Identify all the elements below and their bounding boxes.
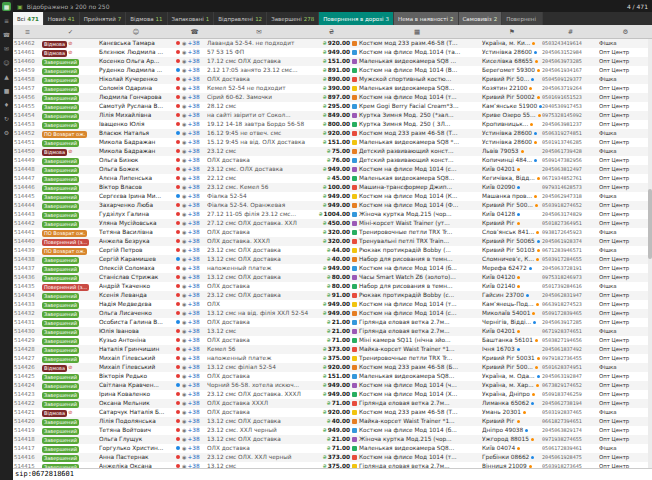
status-badge[interactable]: Завершений: [42, 419, 79, 426]
eye-icon[interactable]: ◉: [182, 165, 186, 174]
payment-icon[interactable]: ₴: [311, 28, 352, 36]
eye-icon[interactable]: ◉: [182, 282, 186, 291]
table-row[interactable]: 514424 Завершений ⊘ Світлана Кравчен... …: [13, 381, 652, 390]
call-icon[interactable]: [176, 356, 180, 360]
call-icon[interactable]: [176, 365, 180, 369]
eye-icon[interactable]: ◉: [182, 336, 186, 345]
eye-icon[interactable]: ◉: [182, 192, 186, 201]
eye-icon[interactable]: ◉: [182, 363, 186, 372]
phone-cell[interactable]: ◉ +38: [182, 57, 207, 66]
tab-відмова[interactable]: Відмова 11: [126, 12, 167, 25]
eye-icon[interactable]: ◉: [182, 156, 186, 165]
call-icon[interactable]: [176, 392, 180, 396]
table-row[interactable]: 514438 Завершений ⊘ Сергій Карамишев ◉ +…: [13, 255, 652, 264]
table-row[interactable]: 514430 Завершений ⊘ Юлія Іванова ◉ +38 1…: [13, 327, 652, 336]
table-row[interactable]: 514420 Завершений ⊘ Лілія Подолянська ◉ …: [13, 417, 652, 426]
status-badge[interactable]: Завершений: [42, 158, 79, 165]
status-badge[interactable]: Відмова: [42, 41, 67, 48]
phone-cell[interactable]: ◉ +38: [182, 300, 207, 309]
status-badge[interactable]: Відмова: [42, 365, 67, 372]
table-row[interactable]: 514453 Завершений ⊘ Іващенко Юлія ◉ +38 …: [13, 120, 652, 129]
phone-cell[interactable]: ◉ +38: [182, 66, 207, 75]
table-row[interactable]: 514419 Завершений ⊘ Тетяна Войтович ◉ +3…: [13, 426, 652, 435]
eye-icon[interactable]: ◉: [182, 147, 186, 156]
status-badge[interactable]: Завершений: [42, 59, 79, 66]
phone-cell[interactable]: ◉ +38: [182, 273, 207, 282]
call-icon[interactable]: [176, 113, 180, 117]
table-row[interactable]: 514461 Відмова ⊘ Блєзнюк Людмила ... ◉ +…: [13, 48, 652, 57]
table-row[interactable]: 514427 Завершений ⊘ Михаіл Гілевський ◉ …: [13, 354, 652, 363]
table-row[interactable]: 514442 Завершений ⊘ Уляна Мусійовська ◉ …: [13, 219, 652, 228]
status-badge[interactable]: Завершений: [42, 176, 79, 183]
call-icon[interactable]: [176, 104, 180, 108]
status-badge[interactable]: Завершений: [42, 104, 79, 111]
status-badge[interactable]: Завершений: [42, 212, 79, 219]
eye-icon[interactable]: ◉: [182, 264, 186, 273]
status-badge[interactable]: Завершений: [42, 221, 79, 228]
call-icon[interactable]: [176, 338, 180, 342]
eye-icon[interactable]: ◉: [182, 93, 186, 102]
eye-icon[interactable]: ◉: [182, 228, 186, 237]
table-row[interactable]: 514452 ПО Возврат ож. ⊘ Власюк Наталья ◉…: [13, 129, 652, 138]
status-badge[interactable]: Завершений: [42, 203, 79, 210]
call-icon[interactable]: [176, 131, 180, 135]
table-row[interactable]: 514435 Повернений (з... ⊘ Андрій Ткаченк…: [13, 282, 652, 291]
call-icon[interactable]: [176, 401, 180, 405]
call-icon[interactable]: [176, 41, 180, 45]
status-badge[interactable]: Завершений: [42, 320, 79, 327]
status-badge[interactable]: Завершений: [42, 275, 79, 282]
phone-cell[interactable]: ◉ +38: [182, 417, 207, 426]
phone-cell[interactable]: ◉ +38: [182, 408, 207, 417]
table-row[interactable]: 514417 Завершений ⊘ Горгулько Христин...…: [13, 444, 652, 453]
table-row[interactable]: 514459 Завершений ⊘ Руденко Людмила ... …: [13, 66, 652, 75]
eye-icon[interactable]: ◉: [182, 354, 186, 363]
phone-cell[interactable]: ◉ +38: [182, 255, 207, 264]
status-badge[interactable]: Відмова: [42, 410, 67, 417]
eye-icon[interactable]: ◉: [182, 57, 186, 66]
call-icon[interactable]: [176, 140, 180, 144]
status-badge[interactable]: Завершений: [42, 437, 79, 444]
eye-icon[interactable]: ◉: [182, 246, 186, 255]
call-icon[interactable]: [176, 284, 180, 288]
phone-cell[interactable]: ◉ +38: [182, 309, 207, 318]
refresh-icon[interactable]: ↻: [4, 115, 9, 123]
eye-icon[interactable]: ◉: [182, 273, 186, 282]
tab-запаковані[interactable]: Запаковані 1: [168, 12, 215, 25]
phone-cell[interactable]: ◉ +38: [182, 381, 207, 390]
call-icon[interactable]: [176, 302, 180, 306]
status-badge[interactable]: Завершений: [42, 95, 79, 102]
eye-icon[interactable]: ◉: [182, 120, 186, 129]
table-row[interactable]: 514445 Завершений ⊘ Сергєєва Ірина Ми...…: [13, 192, 652, 201]
phone-icon[interactable]: ☎: [182, 28, 207, 36]
table-row[interactable]: 514418 Завершений ⊘ Ольга Глущук ◉ +38 1…: [13, 435, 652, 444]
eye-icon[interactable]: ◉: [182, 345, 186, 354]
phone-cell[interactable]: ◉ +38: [182, 93, 207, 102]
tab-самовивіз[interactable]: Самовивіз 2: [459, 12, 503, 25]
phone-cell[interactable]: ◉ +38: [182, 354, 207, 363]
eye-icon[interactable]: ◉: [182, 309, 186, 318]
call-icon[interactable]: [176, 149, 180, 153]
phone-cell[interactable]: ◉ +38: [182, 75, 207, 84]
status-badge[interactable]: Завершений: [42, 455, 79, 462]
table-row[interactable]: 514437 Завершений ⊘ Олексій Соломаха ◉ +…: [13, 264, 652, 273]
phone-cell[interactable]: ◉ +38: [182, 363, 207, 372]
products-icon[interactable]: ▦: [352, 28, 482, 36]
call-icon[interactable]: [176, 266, 180, 270]
eye-icon[interactable]: ◉: [182, 210, 186, 219]
eye-icon[interactable]: ◉: [182, 426, 186, 435]
phone-cell[interactable]: ◉ +38: [182, 183, 207, 192]
phone-icon[interactable]: ☎: [3, 31, 10, 39]
table-row[interactable]: 514450 Відмова ⊘ Микола Бадражан ◉ +38 2…: [13, 147, 652, 156]
call-icon[interactable]: [176, 320, 180, 324]
status-badge[interactable]: ПО Возврат ож.: [42, 248, 87, 255]
call-icon[interactable]: [176, 428, 180, 432]
scrollbar[interactable]: [648, 39, 652, 468]
call-icon[interactable]: [176, 329, 180, 333]
status-badge[interactable]: Відмова: [42, 149, 67, 156]
eye-icon[interactable]: ◉: [182, 390, 186, 399]
status-badge[interactable]: Завершений: [42, 113, 79, 120]
eye-icon[interactable]: ◉: [182, 219, 186, 228]
status-badge[interactable]: Завершений: [42, 374, 79, 381]
delivery-icon[interactable]: ⚑: [482, 28, 542, 36]
phone-cell[interactable]: ◉ +38: [182, 165, 207, 174]
